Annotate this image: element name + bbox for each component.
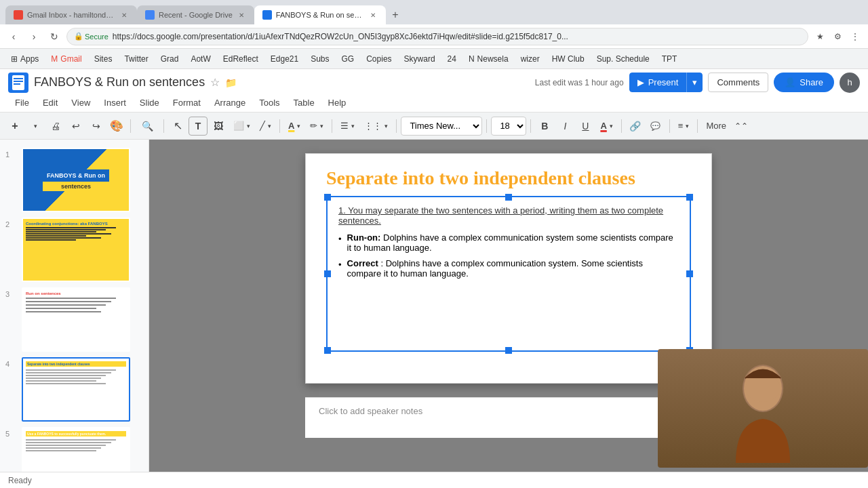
tab-slides[interactable]: FANBOYS & Run on sentence... ✕ [254, 5, 386, 24]
bookmark-twitter[interactable]: Twitter [119, 52, 153, 66]
resize-handle-bl[interactable] [324, 347, 331, 354]
present-button[interactable]: ▶ Present [629, 73, 687, 92]
menu-file[interactable]: File [8, 95, 36, 110]
resize-handle-tr[interactable] [686, 194, 693, 201]
redo-btn[interactable]: ↪ [87, 117, 106, 136]
resize-handle-tl[interactable] [324, 194, 331, 201]
bullet-dot-1: • [338, 234, 342, 244]
print-btn[interactable]: 🖨 [46, 117, 65, 136]
address-bar[interactable]: 🔒 Secure https://docs.google.com/present… [66, 28, 808, 45]
forward-btn[interactable]: › [26, 28, 42, 45]
undo-btn[interactable]: ↩ [66, 117, 85, 136]
cursor-btn[interactable]: ↖ [168, 117, 187, 136]
comment-btn[interactable]: 💬 [646, 117, 665, 136]
menu-view[interactable]: View [64, 95, 97, 110]
new-tab-btn[interactable]: + [386, 5, 405, 24]
folder-button[interactable]: 📁 [225, 77, 237, 88]
bold-btn[interactable]: B [535, 117, 554, 136]
spacing-btn[interactable]: ⋮⋮ ▾ [360, 117, 392, 136]
menu-btn[interactable]: ⋮ [848, 29, 863, 44]
underline-btn[interactable]: U [576, 117, 595, 136]
star-button[interactable]: ☆ [210, 76, 220, 89]
bookmark-edge21[interactable]: Edge21 [265, 52, 304, 66]
bookmark-tpt[interactable]: TPT [656, 52, 683, 66]
refresh-btn[interactable]: ↻ [46, 28, 62, 45]
text-box-btn[interactable]: T [189, 117, 208, 136]
bookmark-gmail[interactable]: M Gmail [45, 52, 87, 66]
resize-handle-ml[interactable] [324, 270, 331, 277]
slide-preview-4: Separate into two independent clauses [22, 357, 130, 422]
italic-btn[interactable]: I [555, 117, 574, 136]
zoom-input[interactable]: 🔍 [135, 117, 159, 136]
bookmark-sites[interactable]: Sites [89, 52, 118, 66]
font-name-select[interactable]: Times New... [401, 117, 482, 136]
paint-format-btn[interactable]: 🎨 [107, 117, 126, 136]
shapes-btn[interactable]: ⬜ ▾ [229, 117, 254, 136]
tab-gmail[interactable]: Gmail Inbox - hamiltond@277apps.c... ✕ [5, 5, 137, 24]
tab-close-gmail[interactable]: ✕ [119, 10, 129, 20]
more-btn[interactable]: More [702, 117, 730, 136]
image-btn[interactable]: 🖼 [209, 117, 228, 136]
bookmark-aotw[interactable]: AotW [185, 52, 216, 66]
user-avatar[interactable]: h [840, 73, 860, 93]
menu-tools[interactable]: Tools [252, 95, 286, 110]
run-on-label: Run-on: [347, 232, 381, 243]
comments-button[interactable]: Comments [708, 73, 768, 92]
menu-edit[interactable]: Edit [36, 95, 64, 110]
status-bar: Ready [0, 472, 868, 488]
tab-close-drive[interactable]: ✕ [237, 10, 246, 20]
bookmark-subs[interactable]: Subs [305, 52, 334, 66]
sep3 [279, 119, 280, 133]
bookmark-skyward[interactable]: Skyward [399, 52, 441, 66]
svg-rect-2 [14, 81, 23, 82]
menu-table[interactable]: Table [287, 95, 321, 110]
menu-insert[interactable]: Insert [97, 95, 133, 110]
resize-handle-bm[interactable] [505, 347, 512, 354]
slide-thumb-4[interactable]: 4 Separate into two independent clauses [0, 354, 149, 424]
present-dropdown-button[interactable]: ▾ [686, 73, 703, 92]
resize-handle-tm[interactable] [505, 194, 512, 201]
fill-color-btn[interactable]: A ▾ [284, 117, 304, 136]
menu-format[interactable]: Format [166, 95, 208, 110]
svg-point-6 [745, 375, 781, 402]
extensions-btn[interactable]: ⚙ [830, 29, 845, 44]
bookmark-edreflect[interactable]: EdReflect [218, 52, 264, 66]
slide-thumb-1[interactable]: 1 FANBOYS & Run on sentences [0, 145, 149, 215]
line-color-btn[interactable]: ✏ ▾ [306, 117, 328, 136]
menu-help[interactable]: Help [321, 95, 353, 110]
line-btn[interactable]: ╱ ▾ [256, 117, 275, 136]
bullet-dot-2: • [338, 260, 342, 270]
font-color-btn[interactable]: A ▾ [596, 117, 616, 136]
bookmark-supschedule[interactable]: Sup. Schedule [591, 52, 655, 66]
collapse-toolbar-btn[interactable]: ⌃⌃ [732, 117, 751, 136]
notes-area[interactable]: Click to add speaker notes [305, 397, 712, 438]
bookmark-24[interactable]: 24 [442, 52, 462, 66]
share-button[interactable]: 👤 Share [774, 73, 834, 92]
tab-close-slides[interactable]: ✕ [368, 10, 378, 20]
bookmark-wizer[interactable]: wizer [515, 52, 545, 66]
menu-slide[interactable]: Slide [133, 95, 166, 110]
slide-content-box[interactable]: 1. You may separate the two sentences wi… [326, 196, 691, 352]
slide-preview-3: Run on sentences [22, 287, 130, 352]
bookmark-grad[interactable]: Grad [155, 52, 184, 66]
slide-thumb-3[interactable]: 3 Run on sentences [0, 285, 149, 354]
sep2 [163, 119, 164, 133]
back-btn[interactable]: ‹ [5, 28, 22, 45]
bookmark-btn[interactable]: ★ [812, 29, 827, 44]
bookmark-apps[interactable]: ⊞ Apps [5, 52, 44, 66]
bookmark-gg[interactable]: GG [336, 52, 360, 66]
add-btn[interactable]: + [5, 117, 24, 136]
bookmark-copies[interactable]: Copies [361, 52, 397, 66]
bookmark-hwclub[interactable]: HW Club [547, 52, 590, 66]
slide-thumb-2[interactable]: 2 Coordinating conjunctions: aka FANBOYS [0, 215, 149, 285]
bookmark-newsela[interactable]: N Newsela [463, 52, 514, 66]
align-btn[interactable]: ☰ ▾ [336, 117, 359, 136]
notes-placeholder: Click to add speaker notes [319, 406, 422, 416]
font-size-select[interactable]: 18 [491, 117, 526, 136]
menu-arrange[interactable]: Arrange [208, 95, 252, 110]
link-btn[interactable]: 🔗 [626, 117, 645, 136]
tab-drive[interactable]: Recent - Google Drive ✕ [137, 5, 254, 24]
text-align-btn[interactable]: ≡ ▾ [674, 117, 694, 136]
add-dropdown-btn[interactable]: ▾ [26, 117, 45, 136]
resize-handle-mr[interactable] [686, 270, 693, 277]
